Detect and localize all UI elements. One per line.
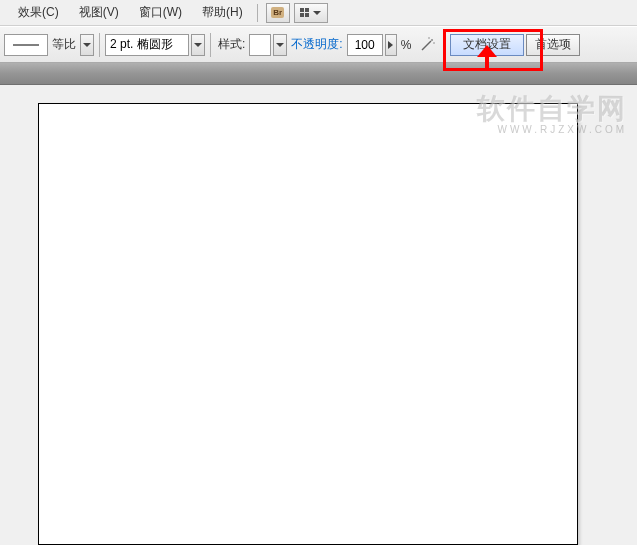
- uniform-label: 等比: [52, 36, 76, 53]
- svg-line-2: [422, 41, 431, 50]
- chevron-down-icon: [313, 11, 321, 15]
- chevron-down-icon: [194, 43, 202, 47]
- separator: [99, 33, 100, 57]
- preferences-label: 首选项: [535, 36, 571, 53]
- stroke-profile-dropdown[interactable]: [191, 34, 205, 56]
- opacity-dropdown[interactable]: [385, 34, 397, 56]
- controlbar: 等比 2 pt. 椭圆形 样式: 不透明度: 100 % 文档设置 首选项: [0, 26, 637, 63]
- preferences-button[interactable]: 首选项: [526, 34, 580, 56]
- tab-band: [0, 63, 637, 85]
- line-segment-field[interactable]: [4, 34, 48, 56]
- stroke-profile-value: 2 pt. 椭圆形: [110, 36, 173, 53]
- style-dropdown[interactable]: [273, 34, 287, 56]
- menu-help[interactable]: 帮助(H): [192, 1, 253, 24]
- svg-point-3: [431, 39, 433, 41]
- separator: [210, 33, 211, 57]
- menubar: 效果(C) 视图(V) 窗口(W) 帮助(H) Br: [0, 0, 637, 26]
- opacity-label[interactable]: 不透明度:: [291, 36, 342, 53]
- bridge-button[interactable]: Br: [266, 3, 290, 23]
- chevron-down-icon: [83, 43, 91, 47]
- bridge-icon: Br: [271, 7, 284, 18]
- svg-point-4: [429, 37, 431, 39]
- opacity-input[interactable]: 100: [347, 34, 383, 56]
- grid-icon: [300, 8, 309, 17]
- stroke-profile-field[interactable]: 2 pt. 椭圆形: [105, 34, 189, 56]
- line-segment-icon: [11, 41, 41, 49]
- menu-separator: [257, 4, 258, 22]
- svg-point-5: [434, 42, 436, 44]
- chevron-down-icon: [276, 43, 284, 47]
- style-label: 样式:: [218, 36, 245, 53]
- canvas-area: [0, 85, 637, 545]
- arrange-docs-button[interactable]: [294, 3, 328, 23]
- uniform-dropdown[interactable]: [80, 34, 94, 56]
- menu-window[interactable]: 窗口(W): [129, 1, 192, 24]
- menu-effects[interactable]: 效果(C): [8, 1, 69, 24]
- wand-svg-icon: [419, 37, 435, 53]
- style-swatch[interactable]: [249, 34, 271, 56]
- opacity-value: 100: [355, 38, 375, 52]
- recolor-icon[interactable]: [417, 35, 437, 55]
- opacity-unit: %: [401, 38, 412, 52]
- artboard[interactable]: [38, 103, 578, 545]
- separator: [444, 33, 445, 57]
- menu-view[interactable]: 视图(V): [69, 1, 129, 24]
- chevron-right-icon: [388, 41, 393, 49]
- svg-marker-1: [388, 41, 393, 49]
